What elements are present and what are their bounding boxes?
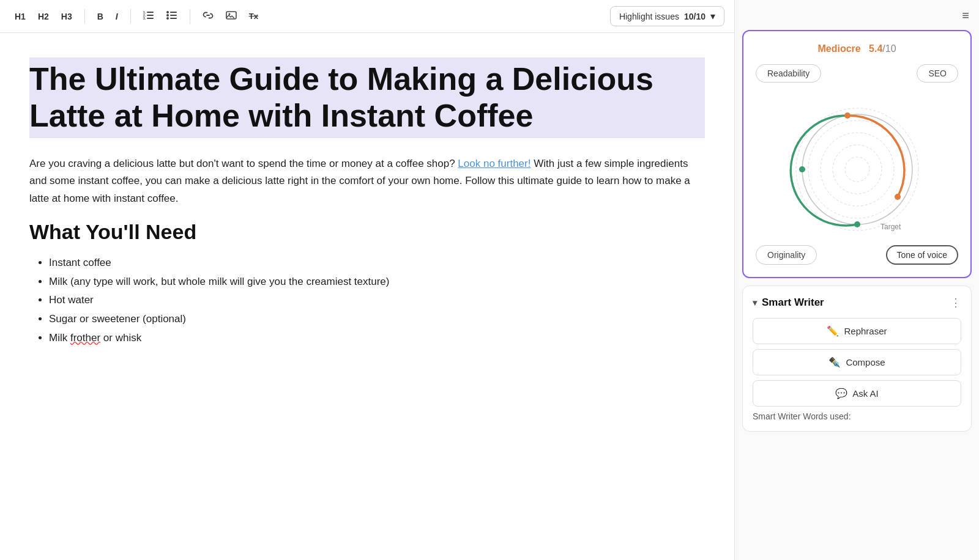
list-item: Instant coffee [49, 254, 705, 273]
svg-point-21 [895, 194, 901, 200]
section-heading: What You'll Need [29, 220, 705, 244]
svg-point-20 [844, 112, 851, 119]
compose-icon: ✒️ [828, 356, 841, 368]
svg-point-13 [228, 13, 230, 15]
seo-pill[interactable]: SEO [917, 64, 958, 83]
list-item: Milk frother or whisk [49, 329, 705, 348]
svg-point-23 [799, 166, 805, 172]
intro-text-1: Are you craving a delicious latte but do… [29, 158, 458, 169]
compose-label: Compose [846, 357, 885, 367]
svg-rect-8 [170, 18, 177, 19]
look-no-further-link[interactable]: Look no further! [458, 158, 530, 169]
radar-chart-container: Target [756, 90, 958, 245]
svg-rect-6 [170, 12, 177, 13]
link-button[interactable] [198, 9, 218, 24]
bold-button[interactable]: B [92, 9, 108, 24]
svg-point-18 [845, 157, 869, 182]
intro-paragraph: Are you craving a delicious latte but do… [29, 155, 705, 208]
svg-point-19 [802, 114, 912, 224]
score-label: Mediocre [817, 43, 860, 54]
svg-rect-12 [226, 12, 236, 19]
format-group: B I [92, 9, 123, 24]
tone-of-voice-pill[interactable]: Tone of voice [886, 245, 959, 265]
radar-chart: Target [784, 96, 931, 243]
heading-group: H1 H2 H3 [10, 9, 77, 24]
svg-point-11 [166, 17, 169, 20]
ingredients-list: Instant coffee Milk (any type will work,… [29, 254, 705, 347]
smart-writer-title-group: ▾ Smart Writer [753, 297, 824, 309]
editor-body: Are you craving a delicious latte but do… [29, 155, 705, 348]
editor-content[interactable]: The Ultimate Guide to Making a Delicious… [0, 33, 734, 560]
score-denom: /10 [882, 43, 896, 54]
rephraser-button[interactable]: ✏️ Rephraser [753, 318, 961, 344]
divider-3 [190, 9, 190, 24]
smart-writer-menu-icon[interactable]: ⋮ [950, 296, 961, 309]
readability-pill[interactable]: Readability [756, 64, 821, 83]
italic-button[interactable]: I [111, 9, 123, 24]
h2-button[interactable]: H2 [33, 9, 54, 24]
milk-frother-text: Milk frother or whisk [49, 332, 141, 344]
highlight-label: Highlight issues [619, 12, 679, 21]
rephraser-label: Rephraser [844, 326, 887, 336]
rephraser-icon: ✏️ [827, 325, 839, 337]
title-wrapper: The Ultimate Guide to Making a Delicious… [29, 57, 705, 138]
score-number: 5.4 [869, 43, 882, 54]
svg-point-22 [854, 221, 860, 227]
list-item: Sugar or sweetener (optional) [49, 310, 705, 329]
clear-format-button[interactable]: Tx [244, 9, 263, 23]
chevron-icon: ▾ [753, 298, 757, 308]
insert-group: Tx [198, 8, 263, 24]
divider-2 [130, 9, 131, 24]
svg-point-16 [821, 133, 894, 206]
list-group: 1. 2. 3. [138, 8, 182, 24]
ask-ai-label: Ask AI [852, 388, 879, 399]
highlight-issues-button[interactable]: Highlight issues 10/10 ▾ [610, 6, 724, 26]
svg-rect-2 [147, 18, 154, 19]
svg-text:Target: Target [880, 223, 901, 231]
svg-rect-7 [170, 15, 177, 16]
sidebar-menu-button[interactable]: ≡ [962, 9, 969, 23]
ask-ai-icon: 💬 [835, 388, 847, 399]
list-item: Milk (any type will work, but whole milk… [49, 273, 705, 292]
svg-rect-0 [147, 12, 154, 13]
words-used-label: Smart Writer Words used: [753, 411, 961, 421]
ask-ai-button[interactable]: 💬 Ask AI [753, 380, 961, 407]
h1-button[interactable]: H1 [10, 9, 31, 24]
score-card: Mediocre 5.4/10 Readability SEO [742, 30, 972, 278]
originality-pill[interactable]: Originality [756, 245, 817, 265]
compose-button[interactable]: ✒️ Compose [753, 349, 961, 375]
right-sidebar: ≡ Mediocre 5.4/10 Readability SEO [734, 0, 979, 560]
svg-point-17 [833, 145, 882, 194]
score-pills-top: Readability SEO [756, 64, 958, 83]
article-title[interactable]: The Ultimate Guide to Making a Delicious… [29, 60, 705, 136]
smart-writer-card: ▾ Smart Writer ⋮ ✏️ Rephraser ✒️ Compose… [742, 286, 972, 432]
svg-text:3.: 3. [143, 17, 146, 20]
editor-panel: H1 H2 H3 B I 1. 2. 3. [0, 0, 734, 560]
divider-1 [84, 9, 85, 24]
ordered-list-button[interactable]: 1. 2. 3. [138, 8, 159, 24]
highlight-score: 10/10 [684, 12, 705, 21]
list-item: Hot water [49, 291, 705, 310]
smart-writer-title-text: Smart Writer [762, 297, 824, 309]
score-header: Mediocre 5.4/10 [756, 43, 958, 54]
sidebar-top-bar: ≡ [735, 0, 979, 23]
toolbar: H1 H2 H3 B I 1. 2. 3. [0, 0, 734, 33]
image-button[interactable] [221, 8, 242, 24]
svg-point-9 [166, 11, 169, 13]
svg-rect-1 [147, 15, 154, 16]
svg-point-10 [166, 14, 169, 17]
h3-button[interactable]: H3 [56, 9, 77, 24]
chevron-down-icon: ▾ [710, 10, 715, 22]
smart-writer-header: ▾ Smart Writer ⋮ [753, 296, 961, 309]
unordered-list-button[interactable] [162, 8, 182, 24]
score-pills-bottom: Originality Tone of voice [756, 245, 958, 265]
